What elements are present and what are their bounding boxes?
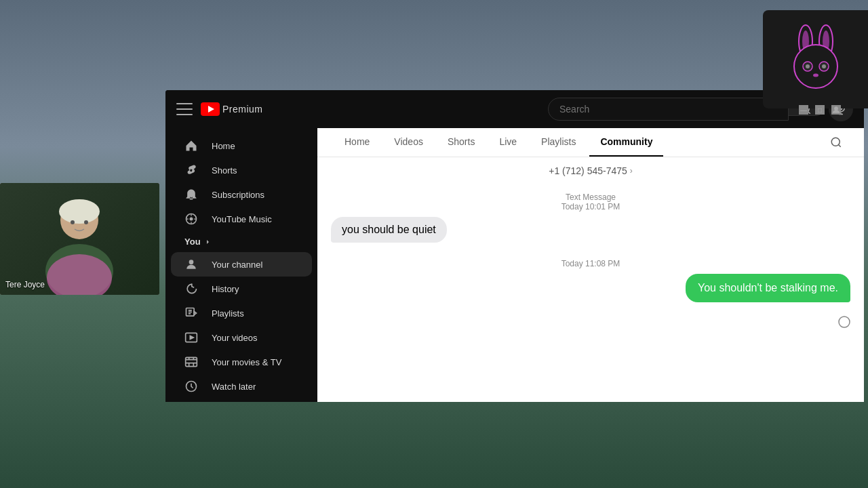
sidebar-label-playlists: Playlists <box>212 308 244 319</box>
home-icon <box>184 139 198 152</box>
message-1-bubble: you should be quiet <box>331 217 447 243</box>
svg-point-10 <box>834 106 838 110</box>
message-2-bubble: You shouldn't be stalking me. <box>686 274 850 302</box>
youtube-logo[interactable]: Premium <box>201 102 263 116</box>
svg-point-25 <box>190 218 193 221</box>
search-tab-icon <box>830 136 842 148</box>
window-controls: — □ <box>799 105 841 115</box>
tab-playlists[interactable]: Playlists <box>530 128 587 157</box>
message-bubble-right: You shouldn't be stalking me. <box>686 274 850 302</box>
sidebar-item-your-movies[interactable]: Your movies & TV <box>171 350 312 374</box>
stream-person-name: Tere Joyce <box>5 280 45 289</box>
sidebar-item-liked-videos[interactable]: Liked videos <box>171 399 312 402</box>
sidebar-item-home[interactable]: Home <box>171 134 312 158</box>
sidebar-label-your-movies: Your movies & TV <box>212 357 281 367</box>
svg-point-7 <box>806 64 810 68</box>
tab-videos[interactable]: Videos <box>383 128 434 157</box>
read-receipt-icon <box>838 316 850 328</box>
movies-icon <box>184 355 198 369</box>
sidebar-label-subscriptions: Subscriptions <box>212 190 264 200</box>
avatar-icon <box>831 105 841 115</box>
playlists-icon <box>184 306 198 320</box>
phone-header: +1 (712) 545-7475 › <box>317 157 864 184</box>
sidebar-item-playlists[interactable]: Playlists <box>171 301 312 325</box>
minimize-button[interactable]: — <box>799 105 808 115</box>
svg-point-16 <box>84 220 88 224</box>
yt-premium-label: Premium <box>222 104 263 115</box>
search-input[interactable] <box>549 98 788 120</box>
rabbit-overlay <box>763 10 868 108</box>
youtube-logo-icon <box>201 102 220 116</box>
sidebar-item-history[interactable]: History <box>171 277 312 301</box>
svg-point-14 <box>59 199 100 224</box>
sidebar-label-youtube-music: YouTube Music <box>212 214 272 224</box>
search-input-wrapper <box>548 98 789 121</box>
tab-shorts[interactable]: Shorts <box>437 128 486 157</box>
browser-window: Premium <box>165 90 864 402</box>
svg-rect-29 <box>186 357 197 366</box>
sidebar: Home Shorts Subscriptions YouTube Music … <box>165 128 317 402</box>
watch-later-icon <box>184 380 198 393</box>
community-area[interactable]: +1 (712) 545-7475 › Text Message Today 1… <box>317 157 864 402</box>
stream-box: Tere Joyce <box>0 183 159 295</box>
rabbit-icon <box>782 22 850 97</box>
sidebar-item-shorts[interactable]: Shorts <box>171 158 312 182</box>
sidebar-item-your-channel[interactable]: Your channel <box>171 252 312 277</box>
music-icon <box>184 212 198 226</box>
read-receipt <box>331 316 850 328</box>
message-timestamp-1: Text Message Today 10:01 PM <box>331 184 850 217</box>
your-videos-icon <box>184 331 198 344</box>
tab-home[interactable]: Home <box>334 128 380 157</box>
message-bubble-left: you should be quiet <box>331 217 447 243</box>
sidebar-item-youtube-music[interactable]: YouTube Music <box>171 207 312 231</box>
svg-point-4 <box>794 45 837 88</box>
text-message-label: Text Message <box>566 192 616 202</box>
channel-icon <box>184 258 198 271</box>
sidebar-label-shorts: Shorts <box>212 165 237 176</box>
sidebar-item-your-videos[interactable]: Your videos <box>171 325 312 350</box>
tab-live[interactable]: Live <box>488 128 528 157</box>
svg-point-33 <box>839 317 850 327</box>
maximize-button[interactable]: □ <box>815 105 825 115</box>
sidebar-label-home: Home <box>212 141 235 151</box>
tab-community[interactable]: Community <box>589 128 663 157</box>
subscriptions-icon <box>184 188 198 201</box>
person-silhouette <box>0 183 159 295</box>
sidebar-label-your-videos: Your videos <box>212 333 257 343</box>
svg-point-9 <box>813 73 818 77</box>
channel-tabs: Home Videos Shorts Live Playlists Commun… <box>317 128 864 157</box>
history-icon <box>184 282 198 296</box>
sidebar-label-history: History <box>212 284 239 294</box>
main-content: Home Videos Shorts Live Playlists Commun… <box>317 128 864 402</box>
you-section[interactable]: You <box>171 234 312 249</box>
svg-point-32 <box>831 138 840 146</box>
timestamp-1-text: Today 10:01 PM <box>561 202 620 211</box>
chevron-right-icon <box>203 238 212 246</box>
tab-search-icon[interactable] <box>825 131 848 154</box>
svg-point-8 <box>822 64 826 68</box>
you-section-label: You <box>184 237 201 247</box>
svg-point-15 <box>71 220 75 224</box>
messages-container: Text Message Today 10:01 PM you should b… <box>317 184 864 402</box>
content-area: Home Shorts Subscriptions YouTube Music … <box>165 128 864 402</box>
sidebar-label-watch-later: Watch later <box>212 382 256 392</box>
menu-icon[interactable] <box>176 103 193 115</box>
phone-number: +1 (712) 545-7475 <box>549 165 627 176</box>
svg-point-26 <box>189 260 194 264</box>
youtube-topbar: Premium <box>165 90 864 128</box>
stream-background: Tere Joyce <box>0 183 159 295</box>
sidebar-item-watch-later[interactable]: Watch later <box>171 374 312 399</box>
phone-chevron: › <box>630 166 633 176</box>
sidebar-item-subscriptions[interactable]: Subscriptions <box>171 182 312 207</box>
stream-person <box>0 183 159 295</box>
sidebar-label-your-channel: Your channel <box>212 260 262 270</box>
shorts-icon <box>184 163 198 177</box>
message-timestamp-2: Today 11:08 PM <box>331 253 850 274</box>
